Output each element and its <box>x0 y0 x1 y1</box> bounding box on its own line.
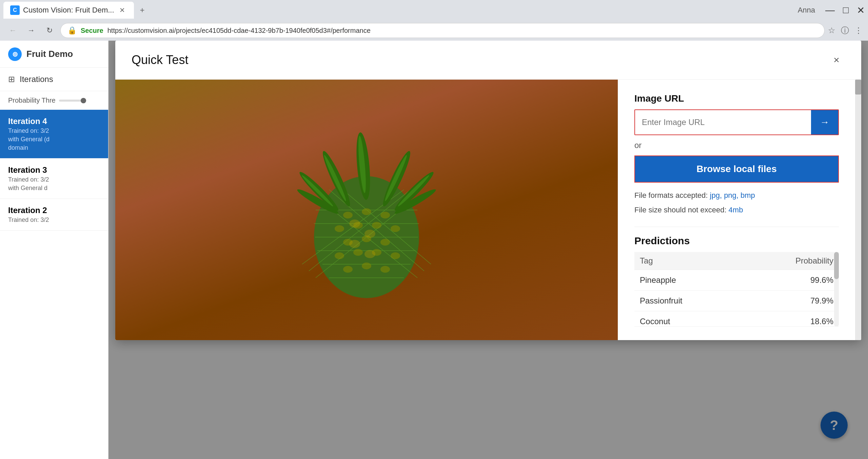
arrow-right-icon: → <box>820 117 829 128</box>
col-probability-header: Probability <box>741 252 839 270</box>
prediction-prob-0: 99.6% <box>741 270 839 291</box>
iteration-3-title: Iteration 3 <box>8 165 100 175</box>
url-submit-button[interactable]: → <box>811 110 838 134</box>
table-row: Passionfruit 79.9% <box>634 291 839 311</box>
star-icon[interactable]: ☆ <box>828 26 835 35</box>
tab-close-button[interactable]: ✕ <box>118 5 127 15</box>
url-input-row: → <box>634 109 839 135</box>
svg-point-23 <box>335 252 344 259</box>
svg-point-22 <box>380 239 390 246</box>
prediction-prob-2: 18.6% <box>741 311 839 327</box>
modal-header: Quick Test × <box>115 41 861 80</box>
modal-title: Quick Test <box>132 53 828 67</box>
tab-favicon: C <box>10 5 20 15</box>
svg-point-18 <box>372 222 381 229</box>
tab-title: Custom Vision: Fruit Dem... <box>23 6 114 15</box>
iteration-3-sub2: with General d <box>8 185 100 192</box>
iteration-2-item[interactable]: Iteration 2 Trained on: 3/2 <box>0 199 108 231</box>
menu-icon[interactable]: ⋮ <box>854 26 863 35</box>
predictions-scrollbar[interactable] <box>834 252 839 327</box>
forward-button[interactable]: → <box>24 23 39 38</box>
info-icon[interactable]: ⓘ <box>841 25 849 36</box>
prob-slider-handle[interactable] <box>81 98 86 103</box>
url-input[interactable] <box>635 110 811 134</box>
sidebar-header: ⊚ Fruit Demo <box>0 41 108 68</box>
maximize-button[interactable]: □ <box>840 3 852 17</box>
quick-test-modal: Quick Test × <box>115 41 861 340</box>
svg-point-15 <box>380 212 390 218</box>
iteration-3-item[interactable]: Iteration 3 Trained on: 3/2 with General… <box>0 159 108 199</box>
url-text: https://customvision.ai/projects/ec4105d… <box>107 27 371 35</box>
predictions-label: Predictions <box>634 235 839 247</box>
svg-point-26 <box>391 252 400 259</box>
app-name: Fruit Demo <box>26 49 73 59</box>
image-url-label: Image URL <box>634 93 839 104</box>
svg-point-16 <box>335 225 344 232</box>
svg-point-44 <box>349 240 360 248</box>
prediction-tag-2: Coconut <box>634 311 741 327</box>
close-window-button[interactable]: ✕ <box>853 3 868 18</box>
secure-icon: 🔒 <box>67 26 77 35</box>
iteration-2-sub1: Trained on: 3/2 <box>8 216 100 224</box>
sidebar: ⊚ Fruit Demo ⊞ Iterations Probability Th… <box>0 41 108 459</box>
file-size-info: File size should not exceed: 4mb <box>634 204 839 216</box>
modal-image-panel <box>115 80 618 340</box>
file-size-link: 4mb <box>729 206 743 214</box>
prob-threshold-label: Probability Thre <box>8 97 56 104</box>
svg-point-43 <box>364 230 375 238</box>
new-tab-button[interactable]: + <box>134 2 151 19</box>
svg-point-19 <box>391 225 400 232</box>
predictions-table-wrapper: Tag Probability Pineapple 99.6% <box>634 252 839 327</box>
table-row: Pineapple 99.6% <box>634 270 839 291</box>
table-row: Coconut 18.6% <box>634 311 839 327</box>
modal-outer-scrollbar[interactable] <box>855 80 861 340</box>
layers-icon: ⊞ <box>8 75 15 84</box>
file-formats-info: File formats accepted: jpg, png, bmp <box>634 189 839 201</box>
modal-body: Image URL → or Browse local files <box>115 80 861 340</box>
back-button[interactable]: ← <box>5 23 20 38</box>
svg-point-28 <box>362 263 371 269</box>
predictions-table: Tag Probability Pineapple 99.6% <box>634 252 839 327</box>
prob-slider[interactable] <box>59 100 86 102</box>
predictions-section: Predictions Tag Probability <box>634 227 839 327</box>
modal-right-panel: Image URL → or Browse local files <box>618 80 855 340</box>
svg-point-14 <box>362 208 371 215</box>
iteration-3-sub1: Trained on: 3/2 <box>8 176 100 183</box>
probability-threshold-section: Probability Thre <box>0 91 108 110</box>
modal-overlay: Quick Test × <box>108 41 868 459</box>
address-bar[interactable]: 🔒 Secure https://customvision.ai/project… <box>60 23 825 38</box>
iteration-4-item[interactable]: Iteration 4 Trained on: 3/2 with General… <box>0 110 108 159</box>
svg-point-27 <box>343 266 353 273</box>
svg-point-29 <box>380 266 390 273</box>
prediction-prob-1: 79.9% <box>741 291 839 311</box>
iteration-4-sub3: domain <box>8 144 100 151</box>
svg-point-42 <box>349 220 360 228</box>
svg-point-13 <box>343 212 353 218</box>
browse-local-files-button[interactable]: Browse local files <box>634 155 839 183</box>
iteration-2-title: Iteration 2 <box>8 206 100 215</box>
sidebar-item-iterations[interactable]: ⊞ Iterations <box>0 68 108 91</box>
refresh-button[interactable]: ↻ <box>42 23 57 38</box>
iteration-4-sub2: with General (d <box>8 136 100 143</box>
username-label: Anna <box>792 6 821 15</box>
iteration-4-sub1: Trained on: 3/2 <box>8 127 100 134</box>
pineapple-image <box>295 108 438 312</box>
or-divider: or <box>634 141 839 150</box>
modal-close-button[interactable]: × <box>828 51 845 68</box>
browse-button-label: Browse local files <box>696 164 777 174</box>
prediction-tag-0: Pineapple <box>634 270 741 291</box>
main-content: ⚙ ? Quick Test × <box>108 41 868 459</box>
iteration-4-title: Iteration 4 <box>8 117 100 126</box>
file-size-text: File size should not exceed: <box>634 206 729 214</box>
iterations-label: Iterations <box>20 75 53 84</box>
secure-text: Secure <box>81 27 103 35</box>
browser-tab[interactable]: C Custom Vision: Fruit Dem... ✕ <box>3 2 134 19</box>
file-formats-links: jpg, png, bmp <box>710 191 755 200</box>
prediction-tag-1: Passionfruit <box>634 291 741 311</box>
file-formats-text: File formats accepted: <box>634 191 710 200</box>
app-logo: ⊚ <box>8 47 22 61</box>
modal-outer-scrollbar-thumb[interactable] <box>855 80 861 95</box>
predictions-scrollbar-thumb[interactable] <box>834 252 839 279</box>
svg-point-45 <box>364 250 375 258</box>
minimize-button[interactable]: — <box>822 3 838 17</box>
